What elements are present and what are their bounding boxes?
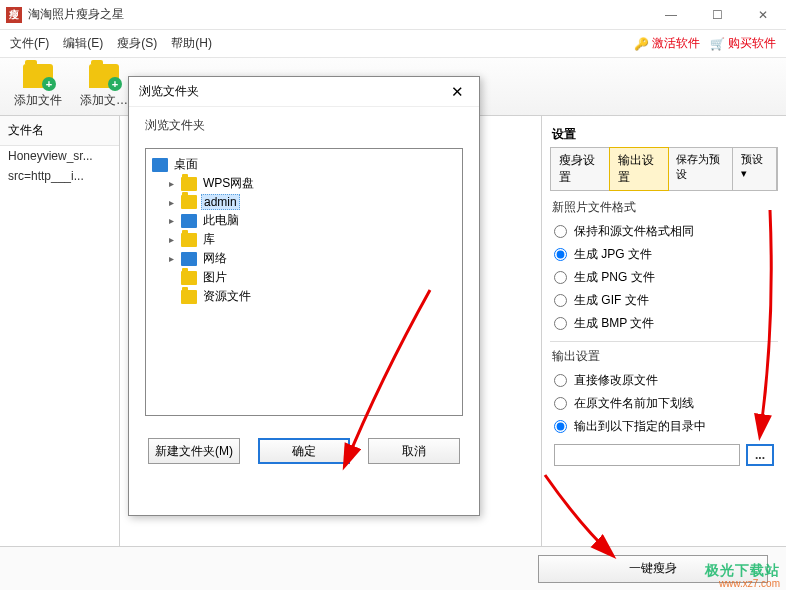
- format-jpg-row[interactable]: 生成 JPG 文件: [550, 243, 778, 266]
- file-list-panel: 文件名 Honeyview_sr... src=http___i...: [0, 116, 120, 546]
- ok-button[interactable]: 确定: [258, 438, 350, 464]
- format-bmp-row[interactable]: 生成 BMP 文件: [550, 312, 778, 335]
- format-same-row[interactable]: 保持和源文件格式相同: [550, 220, 778, 243]
- tree-item-label: 图片: [201, 269, 229, 286]
- buy-label: 购买软件: [728, 35, 776, 52]
- close-button[interactable]: ✕: [740, 0, 786, 30]
- output-overwrite-radio[interactable]: [554, 374, 567, 387]
- tree-item-label: 网络: [201, 250, 229, 267]
- folder-icon: [181, 195, 197, 209]
- dialog-title: 浏览文件夹: [139, 83, 445, 100]
- tree-item[interactable]: ▸库: [164, 230, 458, 249]
- settings-tabs: 瘦身设置 输出设置 保存为预设 预设 ▾: [550, 147, 778, 191]
- menu-edit[interactable]: 编辑(E): [63, 35, 103, 52]
- add-file-button[interactable]: + 添加文件: [8, 61, 68, 113]
- format-group-label: 新照片文件格式: [552, 199, 778, 216]
- output-todir-radio[interactable]: [554, 420, 567, 433]
- monitor-icon: [181, 214, 197, 228]
- browse-button[interactable]: ...: [746, 444, 774, 466]
- maximize-button[interactable]: ☐: [694, 0, 740, 30]
- output-overwrite-row[interactable]: 直接修改原文件: [550, 369, 778, 392]
- activate-link[interactable]: 🔑 激活软件: [634, 35, 700, 52]
- tree-item-label: 此电脑: [201, 212, 241, 229]
- folder-icon: [181, 271, 197, 285]
- expand-icon[interactable]: ▸: [166, 215, 177, 226]
- add-folder-label: 添加文…: [80, 92, 128, 109]
- expand-icon[interactable]: [166, 291, 177, 302]
- buy-link[interactable]: 🛒 购买软件: [710, 35, 776, 52]
- expand-icon[interactable]: ▸: [166, 234, 177, 245]
- tree-item-label: admin: [201, 194, 240, 210]
- monitor-icon: [181, 252, 197, 266]
- tab-output[interactable]: 输出设置: [609, 147, 669, 191]
- cart-icon: 🛒: [710, 37, 725, 51]
- new-folder-button[interactable]: 新建文件夹(M): [148, 438, 240, 464]
- settings-title: 设置: [550, 122, 778, 147]
- file-list-header[interactable]: 文件名: [0, 116, 119, 146]
- watermark-line2: www.xz7.com: [705, 577, 780, 591]
- cancel-button[interactable]: 取消: [368, 438, 460, 464]
- expand-icon[interactable]: ▸: [166, 253, 177, 264]
- folder-tree[interactable]: 桌面 ▸WPS网盘▸admin▸此电脑▸库▸网络图片资源文件: [145, 148, 463, 416]
- folder-icon: [181, 233, 197, 247]
- tree-root[interactable]: 桌面: [150, 155, 458, 174]
- tree-item-label: WPS网盘: [201, 175, 256, 192]
- tree-item[interactable]: ▸网络: [164, 249, 458, 268]
- menu-slim[interactable]: 瘦身(S): [117, 35, 157, 52]
- output-path-input[interactable]: [554, 444, 740, 466]
- expand-icon[interactable]: ▸: [166, 197, 177, 208]
- add-file-label: 添加文件: [14, 92, 62, 109]
- file-item[interactable]: Honeyview_sr...: [0, 146, 119, 166]
- tab-preset[interactable]: 预设 ▾: [733, 148, 777, 190]
- tree-item[interactable]: 资源文件: [164, 287, 458, 306]
- menu-file[interactable]: 文件(F): [10, 35, 49, 52]
- tree-item[interactable]: ▸此电脑: [164, 211, 458, 230]
- expand-icon[interactable]: [166, 272, 177, 283]
- format-gif-radio[interactable]: [554, 294, 567, 307]
- output-group-label: 输出设置: [552, 348, 778, 365]
- browse-folder-dialog: 浏览文件夹 ✕ 浏览文件夹 桌面 ▸WPS网盘▸admin▸此电脑▸库▸网络图片…: [128, 76, 480, 516]
- format-jpg-radio[interactable]: [554, 248, 567, 261]
- tree-item-label: 库: [201, 231, 217, 248]
- tab-slim[interactable]: 瘦身设置: [551, 148, 610, 190]
- output-underscore-radio[interactable]: [554, 397, 567, 410]
- activate-label: 激活软件: [652, 35, 700, 52]
- format-png-radio[interactable]: [554, 271, 567, 284]
- folder-icon: [181, 177, 197, 191]
- key-icon: 🔑: [634, 37, 649, 51]
- tree-item[interactable]: ▸admin: [164, 193, 458, 211]
- watermark: 极光下载站 www.xz7.com: [705, 563, 780, 591]
- dialog-subtitle: 浏览文件夹: [129, 107, 479, 140]
- watermark-line1: 极光下载站: [705, 563, 780, 577]
- tree-item[interactable]: 图片: [164, 268, 458, 287]
- desktop-icon: [152, 158, 168, 172]
- app-icon: 瘦: [6, 7, 22, 23]
- format-gif-row[interactable]: 生成 GIF 文件: [550, 289, 778, 312]
- output-underscore-row[interactable]: 在原文件名前加下划线: [550, 392, 778, 415]
- output-todir-row[interactable]: 输出到以下指定的目录中: [550, 415, 778, 438]
- menu-help[interactable]: 帮助(H): [171, 35, 212, 52]
- minimize-button[interactable]: —: [648, 0, 694, 30]
- run-label: 一键瘦身: [629, 560, 677, 577]
- add-folder-button[interactable]: + 添加文…: [74, 61, 134, 113]
- tree-item-label: 资源文件: [201, 288, 253, 305]
- format-same-radio[interactable]: [554, 225, 567, 238]
- window-title: 淘淘照片瘦身之星: [28, 6, 648, 23]
- file-item[interactable]: src=http___i...: [0, 166, 119, 186]
- format-png-row[interactable]: 生成 PNG 文件: [550, 266, 778, 289]
- folder-icon: [181, 290, 197, 304]
- tab-save-preset[interactable]: 保存为预设: [668, 148, 733, 190]
- tree-item[interactable]: ▸WPS网盘: [164, 174, 458, 193]
- format-bmp-radio[interactable]: [554, 317, 567, 330]
- dialog-close-button[interactable]: ✕: [445, 80, 469, 104]
- expand-icon[interactable]: ▸: [166, 178, 177, 189]
